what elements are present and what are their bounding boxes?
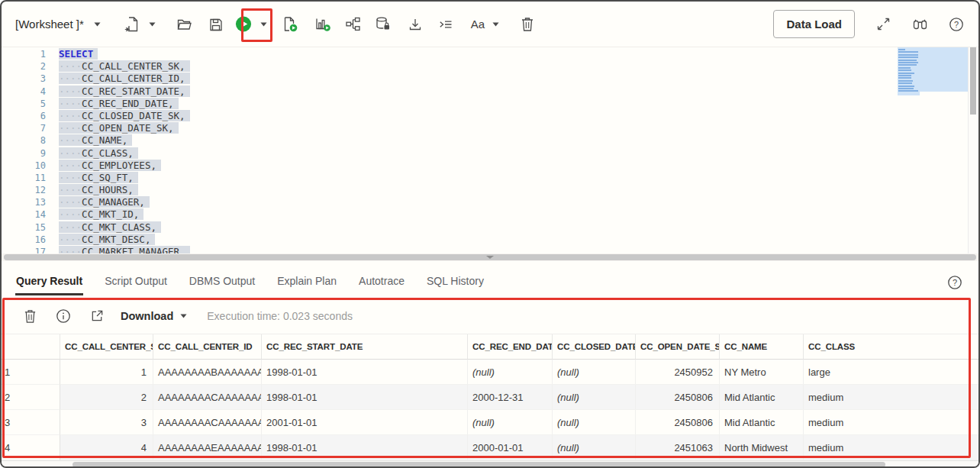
database-lock-button[interactable] bbox=[375, 16, 392, 33]
table-cell[interactable]: North Midwest bbox=[720, 435, 804, 460]
code-line[interactable]: 11····CC_SQ_FT, bbox=[2, 172, 978, 184]
explain-plan-button[interactable] bbox=[345, 16, 362, 33]
row-number-cell[interactable]: 4 bbox=[2, 435, 60, 460]
column-header-cc_call_center_sk[interactable]: CC_CALL_CENTER_SK bbox=[60, 334, 153, 360]
table-cell[interactable]: (null) bbox=[553, 410, 636, 435]
new-worksheet-button[interactable] bbox=[124, 16, 140, 33]
code-line[interactable]: 9····CC_CLASS, bbox=[2, 147, 978, 160]
tab-dbms-output[interactable]: DBMS Output bbox=[189, 263, 256, 295]
editor-vertical-scrollbar[interactable] bbox=[968, 47, 977, 253]
table-cell[interactable]: large bbox=[804, 360, 980, 385]
column-header-cc_rec_start_date[interactable]: CC_REC_START_DATE bbox=[262, 334, 468, 360]
table-cell[interactable]: medium bbox=[804, 385, 980, 410]
table-cell[interactable]: (null) bbox=[553, 435, 636, 460]
tab-query-result[interactable]: Query Result bbox=[15, 263, 83, 295]
tab-script-output[interactable]: Script Output bbox=[104, 263, 168, 295]
table-cell[interactable]: AAAAAAAABAAAAAAA bbox=[153, 360, 262, 385]
code-line[interactable]: 5····CC_REC_END_DATE, bbox=[2, 98, 978, 110]
table-cell[interactable]: 1998-01-01 bbox=[262, 360, 468, 385]
clear-worksheet-button[interactable] bbox=[519, 16, 536, 33]
save-button[interactable] bbox=[208, 16, 224, 33]
table-cell[interactable]: 2450806 bbox=[636, 385, 720, 410]
code-line[interactable]: 6····CC_CLOSED_DATE_SK, bbox=[2, 110, 978, 122]
result-help-button[interactable]: ? bbox=[946, 274, 963, 291]
sql-editor[interactable]: 1SELECT2····CC_CALL_CENTER_SK,3····CC_CA… bbox=[2, 47, 978, 253]
tab-sql-history[interactable]: SQL History bbox=[426, 263, 485, 295]
column-header-cc_closed_date_sk[interactable]: CC_CLOSED_DATE_SK bbox=[553, 334, 636, 360]
table-cell[interactable]: 1 bbox=[60, 360, 153, 385]
download-editor-button[interactable] bbox=[407, 16, 424, 33]
code-line[interactable]: 8····CC_NAME, bbox=[2, 134, 978, 147]
worksheet-selector[interactable]: [Worksheet ]* bbox=[15, 18, 101, 31]
discard-result-button[interactable] bbox=[21, 308, 38, 324]
code-line[interactable]: 4····CC_REC_START_DATE, bbox=[2, 86, 978, 98]
table-cell[interactable]: 3 bbox=[60, 410, 153, 435]
row-number-cell[interactable]: 1 bbox=[2, 360, 60, 385]
table-cell[interactable]: 2001-01-01 bbox=[262, 410, 468, 435]
table-cell[interactable]: (null) bbox=[553, 385, 636, 410]
table-cell[interactable]: 2451063 bbox=[636, 435, 720, 460]
table-cell[interactable]: AAAAAAAACAAAAAAA bbox=[153, 385, 262, 410]
scrollbar-thumb[interactable] bbox=[970, 47, 976, 115]
column-header-cc_class[interactable]: CC_CLASS bbox=[804, 334, 980, 360]
run-menu-button[interactable] bbox=[260, 16, 269, 33]
table-cell[interactable]: 1998-01-01 bbox=[262, 435, 468, 460]
open-file-button[interactable] bbox=[176, 16, 192, 33]
table-cell[interactable]: 2000-12-31 bbox=[468, 385, 553, 410]
column-header-cc_call_center_id[interactable]: CC_CALL_CENTER_ID bbox=[153, 334, 262, 360]
table-cell[interactable]: (null) bbox=[468, 360, 553, 385]
find-button[interactable] bbox=[911, 16, 928, 33]
format-button[interactable] bbox=[437, 16, 454, 33]
table-cell[interactable]: medium bbox=[804, 435, 980, 460]
maximize-button[interactable] bbox=[875, 16, 891, 33]
code-line[interactable]: 16····CC_MKT_DESC, bbox=[2, 234, 978, 246]
data-load-button[interactable]: Data Load bbox=[773, 10, 855, 38]
table-cell[interactable]: Mid Atlantic bbox=[720, 410, 804, 435]
table-cell[interactable]: medium bbox=[804, 410, 980, 435]
download-menu[interactable]: Download bbox=[121, 310, 187, 322]
result-info-button[interactable] bbox=[55, 308, 72, 324]
table-cell[interactable]: 1998-01-01 bbox=[262, 385, 468, 410]
code-line[interactable]: 12····CC_HOURS, bbox=[2, 184, 978, 196]
code-line[interactable]: 7····CC_OPEN_DATE_SK, bbox=[2, 122, 978, 134]
scrollbar-thumb[interactable] bbox=[73, 462, 885, 467]
table-cell[interactable]: AAAAAAAACAAAAAAA bbox=[153, 410, 262, 435]
help-button[interactable]: ? bbox=[948, 16, 965, 33]
column-header-cc_name[interactable]: CC_NAME bbox=[720, 334, 804, 360]
code-line[interactable]: 1SELECT bbox=[2, 48, 978, 60]
table-cell[interactable]: (null) bbox=[553, 360, 636, 385]
table-cell[interactable]: (null) bbox=[468, 410, 553, 435]
code-line[interactable]: 2····CC_CALL_CENTER_SK, bbox=[2, 60, 978, 73]
row-number-cell[interactable]: 2 bbox=[2, 385, 60, 410]
font-size-selector[interactable]: Aa bbox=[471, 18, 499, 31]
table-cell[interactable]: AAAAAAAAEAAAAAAA bbox=[153, 435, 262, 460]
splitter-collapse-icon[interactable] bbox=[486, 256, 494, 259]
row-number-cell[interactable]: 3 bbox=[2, 410, 60, 435]
code-line[interactable]: 3····CC_CALL_CENTER_ID, bbox=[2, 73, 978, 85]
table-cell[interactable]: 2 bbox=[60, 385, 153, 410]
code-line[interactable]: 15····CC_MKT_CLASS, bbox=[2, 221, 978, 234]
open-in-new-tab-button[interactable] bbox=[89, 308, 105, 324]
table-cell[interactable]: 2450952 bbox=[636, 360, 720, 385]
table-cell[interactable]: 2000-01-01 bbox=[468, 435, 553, 460]
code-line[interactable]: 17····CC_MARKET_MANAGER, bbox=[2, 246, 978, 253]
run-script-button[interactable] bbox=[282, 16, 299, 33]
table-cell[interactable]: 2450806 bbox=[636, 410, 720, 435]
table-cell[interactable]: NY Metro bbox=[720, 360, 804, 385]
code-line[interactable]: 13····CC_MANAGER, bbox=[2, 196, 978, 208]
code-line[interactable]: 14····CC_MKT_ID, bbox=[2, 208, 978, 221]
code-line[interactable]: 10····CC_EMPLOYEES, bbox=[2, 160, 978, 172]
panel-splitter[interactable] bbox=[2, 253, 978, 261]
autotrace-button[interactable] bbox=[314, 16, 331, 33]
tab-explain-plan[interactable]: Explain Plan bbox=[276, 263, 337, 295]
column-header-cc_rec_end_date[interactable]: CC_REC_END_DATE bbox=[468, 334, 553, 360]
tab-autotrace[interactable]: Autotrace bbox=[358, 263, 405, 295]
editor-minimap[interactable] bbox=[898, 47, 968, 250]
table-cell[interactable]: Mid Atlantic bbox=[720, 385, 804, 410]
column-header-cc_open_date_sk[interactable]: CC_OPEN_DATE_SK bbox=[636, 334, 720, 360]
run-statement-button[interactable] bbox=[235, 16, 252, 33]
new-worksheet-menu-button[interactable] bbox=[148, 16, 157, 33]
grid-horizontal-scrollbar[interactable] bbox=[2, 460, 978, 467]
selected-text: ····CC_OPEN_DATE_SK, bbox=[59, 122, 179, 134]
table-cell[interactable]: 4 bbox=[60, 435, 153, 460]
